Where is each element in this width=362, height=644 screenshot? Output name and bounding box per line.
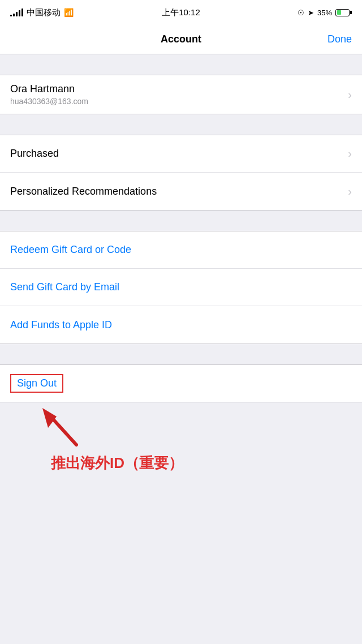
location-icon: ☉: [298, 8, 304, 17]
status-bar: 中国移动 📶 上午10:12 ☉ ➤ 35%: [0, 0, 362, 25]
send-gift-label: Send Gift Card by Email: [10, 281, 119, 293]
account-email: hua430363@163.com: [10, 97, 88, 106]
done-button[interactable]: Done: [327, 33, 352, 45]
signout-label: Sign Out: [17, 377, 57, 389]
purchased-label: Purchased: [10, 148, 59, 160]
menu-section: Purchased › Personalized Recommendations…: [0, 135, 362, 211]
account-section: Ora Hartmann hua430363@163.com ›: [0, 75, 362, 114]
annotation-area: 推出海外ID（重要）: [0, 402, 362, 484]
arrow-icon: [31, 402, 99, 448]
section-gap-3: [0, 211, 362, 231]
svg-marker-1: [42, 408, 57, 428]
account-info: Ora Hartmann hua430363@163.com: [10, 83, 88, 106]
section-gap-2: [0, 114, 362, 135]
purchased-item[interactable]: Purchased ›: [0, 135, 362, 173]
section-gap-1: [0, 54, 362, 75]
nav-bar: Account Done: [0, 25, 362, 54]
signal-icon: [10, 8, 23, 16]
account-name: Ora Hartmann: [10, 83, 88, 95]
add-funds-item[interactable]: Add Funds to Apple ID: [0, 306, 362, 344]
personalized-label: Personalized Recommendations: [10, 186, 157, 198]
section-gap-4: [0, 344, 362, 364]
carrier-label: 中国移动: [27, 7, 61, 18]
annotation-text: 推出海外ID（重要）: [51, 453, 183, 473]
redeem-label: Redeem Gift Card or Code: [10, 244, 131, 256]
status-time: 上午10:12: [162, 7, 200, 18]
add-funds-label: Add Funds to Apple ID: [10, 319, 112, 331]
personalized-chevron: ›: [348, 185, 352, 198]
chevron-icon: ›: [348, 88, 352, 101]
personalized-item[interactable]: Personalized Recommendations ›: [0, 173, 362, 210]
signout-box: Sign Out: [10, 374, 63, 393]
battery-icon: [335, 9, 352, 16]
status-right: ☉ ➤ 35%: [298, 8, 352, 17]
links-section: Redeem Gift Card or Code Send Gift Card …: [0, 231, 362, 344]
purchased-chevron: ›: [348, 147, 352, 160]
nav-icon: ➤: [308, 8, 314, 17]
nav-title: Account: [161, 33, 201, 45]
battery-percent: 35%: [317, 8, 332, 17]
send-gift-item[interactable]: Send Gift Card by Email: [0, 269, 362, 306]
redeem-item[interactable]: Redeem Gift Card or Code: [0, 231, 362, 269]
account-item[interactable]: Ora Hartmann hua430363@163.com ›: [0, 75, 362, 114]
signout-section: Sign Out: [0, 364, 362, 402]
signout-item[interactable]: Sign Out: [0, 365, 362, 402]
status-left: 中国移动 📶: [10, 7, 74, 18]
wifi-icon: 📶: [64, 8, 74, 17]
